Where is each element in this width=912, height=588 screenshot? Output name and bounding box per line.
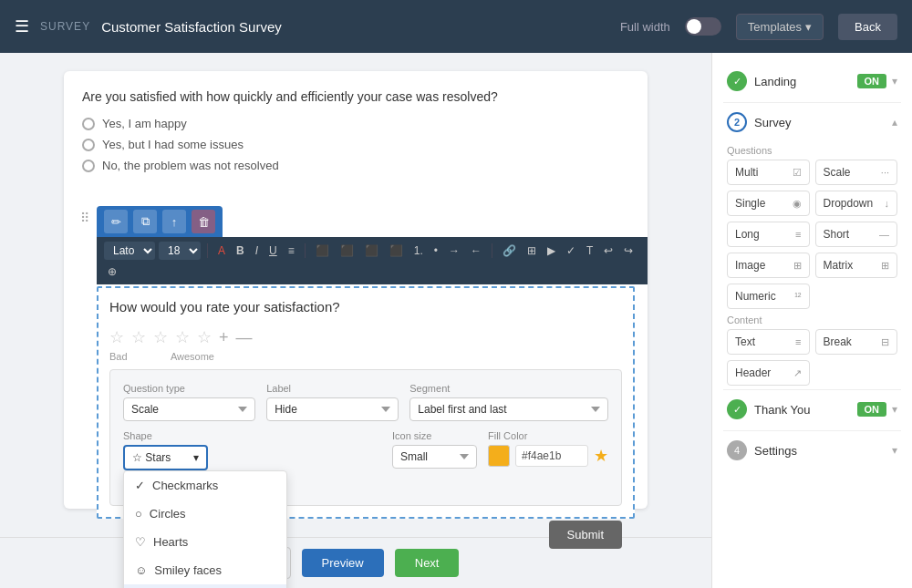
color-hex-input[interactable] <box>515 445 588 467</box>
type-numeric-button[interactable]: Numeric ¹² <box>727 284 810 309</box>
thankyou-label: Thank You <box>754 403 810 417</box>
drag-handle-icon[interactable]: ⠿ <box>80 211 89 225</box>
star-1[interactable]: ☆ <box>109 327 124 347</box>
link-button[interactable]: 🔗 <box>499 242 520 259</box>
shape-label: Shape <box>123 430 208 441</box>
next-button[interactable]: Next <box>395 549 460 577</box>
align-justify-button[interactable]: ⬛ <box>386 242 407 259</box>
shape-select-wrapper: ☆ Stars ▾ ✓ Checkmarks <box>123 445 208 470</box>
back-button[interactable]: Back <box>838 14 897 40</box>
option-2[interactable]: Yes, but I had some issues <box>82 138 629 151</box>
shape-select-button[interactable]: ☆ Stars ▾ <box>123 445 208 470</box>
image-label: Image <box>735 259 765 272</box>
matrix-icon: ⊞ <box>881 260 889 272</box>
type-matrix-button[interactable]: Matrix ⊞ <box>815 253 898 278</box>
underline-button[interactable]: U <box>265 242 281 259</box>
survey-section-header[interactable]: 2 Survey ▴ <box>723 105 901 139</box>
question-type-select[interactable]: Scale <box>123 397 255 421</box>
checkmarks-icon: ✓ <box>135 479 145 492</box>
indent-button[interactable]: → <box>445 242 463 259</box>
thankyou-section-header[interactable]: ✓ Thank You ON ▾ <box>723 392 901 427</box>
templates-button[interactable]: Templates ▾ <box>736 14 824 40</box>
color-swatch[interactable] <box>488 445 510 467</box>
shape-item-checkmarks[interactable]: ✓ Checkmarks <box>124 471 286 500</box>
star-4[interactable]: ☆ <box>175 327 190 347</box>
dropdown-label: Dropdown <box>824 197 874 210</box>
star-add-icon[interactable]: + <box>219 328 229 347</box>
list-button[interactable]: ≡ <box>285 242 298 259</box>
matrix-label: Matrix <box>824 259 854 272</box>
type-long-button[interactable]: Long ≡ <box>727 222 810 247</box>
edit-pencil-button[interactable]: ✏ <box>104 210 128 233</box>
move-up-button[interactable]: ↑ <box>162 210 186 233</box>
align-left-button[interactable]: ⬛ <box>312 242 333 259</box>
text-field-button[interactable]: T <box>583 242 596 259</box>
star-5[interactable]: ☆ <box>197 327 212 347</box>
thankyou-on-badge: ON <box>857 402 887 417</box>
font-family-select[interactable]: Lato <box>104 242 155 260</box>
type-grid-content: Text ≡ Break ⊟ Header ↗ <box>723 329 901 386</box>
single-label: Single <box>735 197 765 210</box>
option-1[interactable]: Yes, I am happy <box>82 117 629 130</box>
rating-question-text[interactable]: How would you rate your satisfaction? <box>109 299 622 315</box>
header-label: Header <box>735 366 771 379</box>
shape-item-stars[interactable]: ☆ Stars <box>124 584 286 588</box>
long-label: Long <box>735 228 760 241</box>
divider-2 <box>723 389 901 390</box>
icon-size-select[interactable]: Small <box>392 445 477 469</box>
survey-section-content: Questions Multi ☑ Scale ··· Single ◉ <box>723 139 901 386</box>
icon-size-label: Icon size <box>392 430 477 441</box>
more-button[interactable]: ⊕ <box>104 263 120 280</box>
shape-item-circles[interactable]: ○ Circles <box>124 500 286 528</box>
survey-section-left: 2 Survey <box>727 112 791 132</box>
outdent-button[interactable]: ← <box>467 242 485 259</box>
star-3[interactable]: ☆ <box>153 327 168 347</box>
fill-color-field: Fill Color ★ <box>488 430 608 470</box>
type-break-button[interactable]: Break ⊟ <box>815 329 898 355</box>
shape-item-smiley[interactable]: ☺ Smiley faces <box>124 556 286 584</box>
shape-item-hearts[interactable]: ♡ Hearts <box>124 528 286 556</box>
landing-section-header[interactable]: ✓ Landing ON ▾ <box>723 64 901 98</box>
delete-button[interactable]: 🗑 <box>192 210 215 233</box>
undo-button[interactable]: ↩ <box>600 242 617 259</box>
type-text-button[interactable]: Text ≡ <box>727 329 810 355</box>
type-scale-button[interactable]: Scale ··· <box>815 160 898 185</box>
submit-button[interactable]: Submit <box>549 521 622 549</box>
bold-button[interactable]: B <box>233 242 248 259</box>
settings-section-header[interactable]: 4 Settings ▾ <box>723 433 901 468</box>
image-button[interactable]: ⊞ <box>523 242 540 259</box>
star-2[interactable]: ☆ <box>131 327 146 347</box>
settings-number-badge: 4 <box>727 440 747 460</box>
italic-button[interactable]: I <box>252 242 262 259</box>
short-label: Short <box>824 228 850 241</box>
topbar-right: Full width Templates ▾ Back <box>620 14 897 40</box>
duplicate-button[interactable]: ⧉ <box>133 210 157 233</box>
shape-field: Shape ☆ Stars ▾ ✓ <box>123 430 208 470</box>
label-select[interactable]: Hide <box>266 397 399 421</box>
special-char-button[interactable]: ✓ <box>563 242 579 259</box>
header-icon: ↗ <box>793 367 802 379</box>
star-remove-icon[interactable]: — <box>236 328 253 347</box>
right-sidebar: ✓ Landing ON ▾ 2 Survey ▴ Questions <box>711 53 912 588</box>
align-center-button[interactable]: ⬛ <box>337 242 358 259</box>
video-button[interactable]: ▶ <box>544 242 559 259</box>
type-short-button[interactable]: Short — <box>815 222 898 247</box>
ordered-list-button[interactable]: 1. <box>410 242 427 259</box>
type-image-button[interactable]: Image ⊞ <box>727 253 810 278</box>
full-width-toggle[interactable] <box>685 17 721 36</box>
type-dropdown-button[interactable]: Dropdown ↓ <box>815 191 898 216</box>
align-right-button[interactable]: ⬛ <box>361 242 382 259</box>
menu-icon[interactable]: ☰ <box>15 16 29 36</box>
redo-button[interactable]: ↪ <box>620 242 637 259</box>
segment-select[interactable]: Label first and last <box>409 397 608 421</box>
preview-button[interactable]: Preview <box>302 549 384 577</box>
type-single-button[interactable]: Single ◉ <box>727 191 810 216</box>
font-size-select[interactable]: 18 <box>159 242 201 260</box>
landing-on-badge: ON <box>857 74 887 88</box>
type-multi-button[interactable]: Multi ☑ <box>727 160 810 185</box>
unordered-list-button[interactable]: • <box>430 242 441 259</box>
toolbar-sep-3 <box>492 243 492 258</box>
type-header-button[interactable]: Header ↗ <box>727 360 810 386</box>
text-color-button[interactable]: A <box>214 242 229 259</box>
option-3[interactable]: No, the problem was not resolved <box>82 159 629 172</box>
